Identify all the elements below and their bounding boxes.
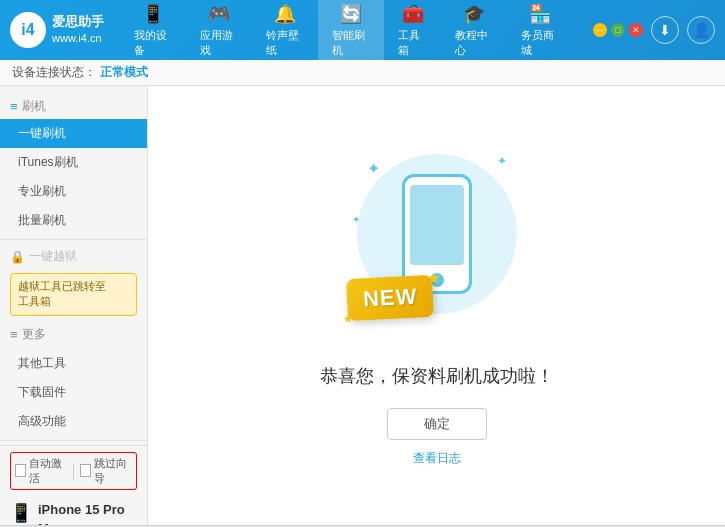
tab-apps-games[interactable]: 🎮 应用游戏	[186, 0, 252, 64]
connection-status-bar: 设备连接状态： 正常模式	[0, 60, 725, 86]
ringtones-icon: 🔔	[274, 3, 296, 25]
tab-toolbox[interactable]: 🧰 工具箱	[384, 0, 441, 64]
new-badge-text: NEW	[362, 284, 418, 313]
sidebar-section-more: ≡ 更多	[0, 320, 147, 349]
tab-smart-flash-label: 智能刷机	[332, 28, 370, 58]
sparkle-3: ✦	[352, 214, 360, 225]
main-layout: ≡ 刷机 一键刷机 iTunes刷机 专业刷机 批量刷机 🔒 一键越狱 越狱工具…	[0, 86, 725, 525]
connection-status-value: 正常模式	[100, 64, 148, 81]
my-device-icon: 📱	[142, 3, 164, 25]
connection-label: 设备连接状态：	[12, 64, 96, 81]
content-area: ✦ ✦ ✦ ★ NEW ★ 恭喜您，保资料刷机成功啦！ 确定 查看日志	[148, 86, 725, 525]
badge-stars-top: ★	[425, 268, 440, 288]
sidebar-item-pro-flash[interactable]: 专业刷机	[0, 177, 147, 206]
account-button[interactable]: 👤	[687, 16, 715, 44]
device-name: iPhone 15 Pro Max	[38, 500, 137, 525]
new-badge: ★ NEW ★	[345, 275, 433, 321]
sidebar-item-one-key-flash[interactable]: 一键刷机	[0, 119, 147, 148]
apps-games-icon: 🎮	[208, 3, 230, 25]
device-details: iPhone 15 Pro Max 512GB iPhone	[38, 500, 137, 525]
view-log-link[interactable]: 查看日志	[413, 450, 461, 467]
device-phone-icon: 📱	[10, 502, 32, 524]
tab-my-device[interactable]: 📱 我的设备	[120, 0, 186, 64]
tab-toolbox-label: 工具箱	[398, 28, 427, 58]
sidebar-item-itunes-flash[interactable]: iTunes刷机	[0, 148, 147, 177]
success-illustration: ✦ ✦ ✦ ★ NEW ★	[337, 144, 537, 344]
flash-section-icon: ≡	[10, 99, 18, 114]
tab-store[interactable]: 🏪 务员商城	[507, 0, 573, 64]
smart-flash-icon: 🔄	[340, 3, 362, 25]
logo-icon: i4	[10, 12, 46, 48]
minimize-button[interactable]: ─	[593, 23, 607, 37]
sidebar-item-other-tools[interactable]: 其他工具	[0, 349, 147, 378]
lock-icon: 🔒	[10, 250, 25, 264]
auto-activate-checkbox[interactable]	[15, 464, 26, 477]
tab-ringtones-label: 铃声壁纸	[266, 28, 304, 58]
sidebar-item-download-firmware[interactable]: 下载固件	[0, 378, 147, 407]
logo: i4 爱思助手 www.i4.cn	[10, 12, 120, 48]
header-right: ─ □ ✕ ⬇ 👤	[583, 16, 715, 44]
window-controls: ─ □ ✕	[593, 23, 643, 37]
tab-tutorials[interactable]: 🎓 教程中心	[441, 0, 507, 64]
store-icon: 🏪	[529, 3, 551, 25]
sidebar-item-advanced[interactable]: 高级功能	[0, 407, 147, 436]
sidebar-section-flash: ≡ 刷机	[0, 94, 147, 119]
phone-screen	[410, 185, 464, 265]
auto-activate-checkbox-item[interactable]: 自动激活	[15, 456, 67, 486]
badge-stars-bottom: ★	[342, 312, 354, 327]
more-section-icon: ≡	[10, 327, 18, 342]
row-divider	[73, 463, 74, 479]
sidebar-device-section: 自动激活 跳过向导 📱 iPhone 15 Pro Max 512GB iPho…	[0, 445, 147, 525]
tab-tutorials-label: 教程中心	[455, 28, 493, 58]
tab-store-label: 务员商城	[521, 28, 559, 58]
device-info: 📱 iPhone 15 Pro Max 512GB iPhone	[10, 496, 137, 525]
skip-guide-checkbox-item[interactable]: 跳过向导	[80, 456, 132, 486]
close-button[interactable]: ✕	[629, 23, 643, 37]
confirm-button[interactable]: 确定	[387, 408, 487, 440]
sidebar-item-batch-flash[interactable]: 批量刷机	[0, 206, 147, 235]
maximize-button[interactable]: □	[611, 23, 625, 37]
success-message: 恭喜您，保资料刷机成功啦！	[320, 364, 554, 388]
app-header: i4 爱思助手 www.i4.cn 📱 我的设备 🎮 应用游戏 🔔 铃声壁纸 🔄…	[0, 0, 725, 60]
auto-activate-label: 自动激活	[29, 456, 67, 486]
sidebar-divider-2	[0, 440, 147, 441]
nav-tabs: 📱 我的设备 🎮 应用游戏 🔔 铃声壁纸 🔄 智能刷机 🧰 工具箱 🎓 教程中心…	[120, 0, 573, 64]
tutorials-icon: 🎓	[463, 3, 485, 25]
download-button[interactable]: ⬇	[651, 16, 679, 44]
tab-ringtones[interactable]: 🔔 铃声壁纸	[252, 0, 318, 64]
tab-my-device-label: 我的设备	[134, 28, 172, 58]
skip-guide-label: 跳过向导	[94, 456, 132, 486]
sparkle-2: ✦	[497, 154, 507, 168]
sidebar: ≡ 刷机 一键刷机 iTunes刷机 专业刷机 批量刷机 🔒 一键越狱 越狱工具…	[0, 86, 148, 525]
sparkle-1: ✦	[367, 159, 380, 178]
skip-guide-checkbox[interactable]	[80, 464, 91, 477]
auto-activate-row: 自动激活 跳过向导	[10, 452, 137, 490]
logo-text: 爱思助手 www.i4.cn	[52, 14, 104, 45]
sidebar-notice: 越狱工具已跳转至 工具箱	[10, 273, 137, 316]
sidebar-divider-1	[0, 239, 147, 240]
tab-smart-flash[interactable]: 🔄 智能刷机	[318, 0, 384, 64]
tab-apps-games-label: 应用游戏	[200, 28, 238, 58]
sidebar-disabled-jailbreak: 🔒 一键越狱	[0, 244, 147, 269]
toolbox-icon: 🧰	[402, 3, 424, 25]
